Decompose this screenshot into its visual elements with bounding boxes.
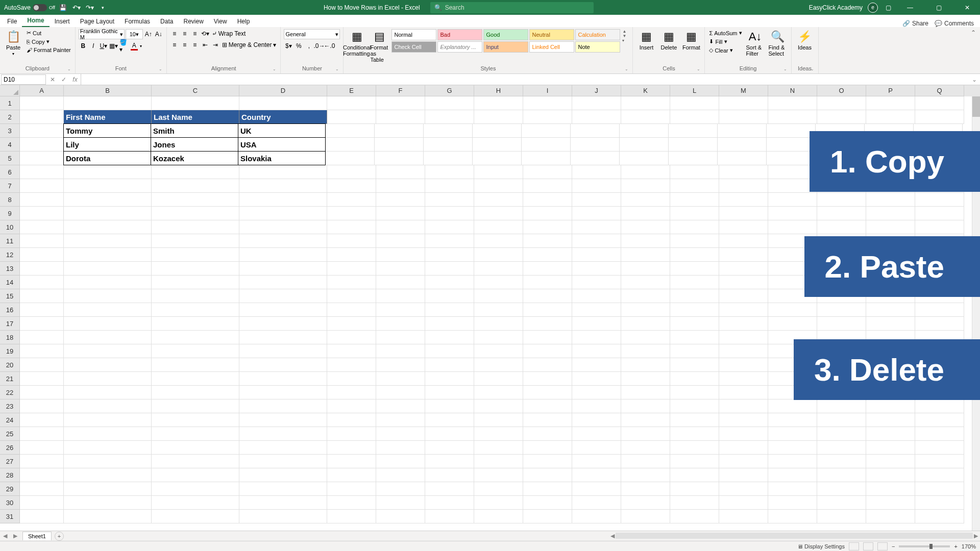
cell-G4[interactable] — [424, 138, 473, 152]
maximize-button[interactable]: ▢ — [927, 0, 950, 15]
cell-A8[interactable] — [20, 193, 64, 207]
format-as-table-button[interactable]: ▤Format as Table — [369, 29, 389, 64]
cell-A25[interactable] — [20, 427, 64, 441]
cell-A12[interactable] — [20, 248, 64, 262]
cell-H17[interactable] — [474, 317, 523, 331]
cell-J5[interactable] — [571, 152, 620, 165]
cell-J23[interactable] — [572, 399, 621, 413]
cell-H26[interactable] — [474, 441, 523, 455]
cell-A31[interactable] — [20, 510, 64, 523]
cell-A16[interactable] — [20, 303, 64, 317]
spreadsheet-grid[interactable]: ABCDEFGHIJKLMNOPQ 1234567891011121314151… — [0, 85, 980, 531]
cell-I12[interactable] — [523, 248, 572, 262]
cell-M12[interactable] — [719, 248, 768, 262]
style-bad[interactable]: Bad — [437, 29, 482, 40]
col-header-Q[interactable]: Q — [915, 85, 964, 96]
cell-B9[interactable] — [64, 207, 152, 220]
cell-F17[interactable] — [376, 317, 425, 331]
ribbon-display-icon[interactable]: ▢ — [883, 3, 893, 13]
cell-D7[interactable] — [239, 179, 327, 193]
col-header-I[interactable]: I — [523, 85, 572, 96]
row-header-6[interactable]: 6 — [0, 165, 20, 179]
cell-E26[interactable] — [327, 441, 376, 455]
cell-K12[interactable] — [621, 248, 670, 262]
cell-K31[interactable] — [621, 510, 670, 523]
cell-E6[interactable] — [327, 165, 376, 179]
cell-J17[interactable] — [572, 317, 621, 331]
cell-F14[interactable] — [376, 276, 425, 289]
zoom-out-button[interactable]: − — [892, 543, 895, 549]
redo-icon[interactable]: ↷▾ — [85, 3, 95, 13]
cell-K5[interactable] — [620, 152, 669, 165]
cell-P1[interactable] — [866, 96, 915, 110]
cell-F10[interactable] — [376, 220, 425, 234]
sheet-tab-sheet1[interactable]: Sheet1 — [22, 532, 52, 540]
cell-M8[interactable] — [719, 193, 768, 207]
cell-E7[interactable] — [327, 179, 376, 193]
cell-K15[interactable] — [621, 289, 670, 303]
cell-C22[interactable] — [152, 386, 239, 399]
cell-G15[interactable] — [425, 289, 474, 303]
cell-J11[interactable] — [572, 234, 621, 248]
cell-B1[interactable] — [64, 96, 152, 110]
cell-B30[interactable] — [64, 496, 152, 510]
cell-H9[interactable] — [474, 207, 523, 220]
cell-I4[interactable] — [522, 138, 571, 152]
cell-E1[interactable] — [327, 96, 376, 110]
cell-A2[interactable] — [20, 110, 64, 124]
formula-input[interactable] — [81, 74, 969, 85]
cell-M21[interactable] — [719, 372, 768, 386]
cell-D26[interactable] — [239, 441, 327, 455]
search-input[interactable]: 🔍 Search — [430, 2, 594, 13]
cell-D1[interactable] — [239, 96, 327, 110]
cell-P29[interactable] — [866, 482, 915, 496]
cell-Q9[interactable] — [915, 207, 964, 220]
underline-button[interactable]: U▾ — [99, 41, 108, 51]
cell-P17[interactable] — [866, 317, 915, 331]
cell-J25[interactable] — [572, 427, 621, 441]
cell-F4[interactable] — [375, 138, 424, 152]
cell-Q23[interactable] — [915, 399, 964, 413]
cell-M23[interactable] — [719, 399, 768, 413]
cell-F19[interactable] — [376, 344, 425, 358]
cell-I31[interactable] — [523, 510, 572, 523]
cell-N2[interactable] — [768, 110, 817, 124]
cell-M13[interactable] — [719, 262, 768, 276]
cell-H23[interactable] — [474, 399, 523, 413]
cell-B24[interactable] — [64, 413, 152, 427]
cell-E13[interactable] — [327, 262, 376, 276]
cell-D28[interactable] — [239, 468, 327, 482]
cell-O1[interactable] — [817, 96, 866, 110]
cell-E16[interactable] — [327, 303, 376, 317]
autosave-toggle[interactable]: AutoSave Off — [4, 4, 55, 11]
cell-I9[interactable] — [523, 207, 572, 220]
cell-J31[interactable] — [572, 510, 621, 523]
cell-B7[interactable] — [64, 179, 152, 193]
cell-E3[interactable] — [326, 124, 375, 138]
cell-I6[interactable] — [523, 165, 572, 179]
cell-N8[interactable] — [768, 193, 817, 207]
align-bottom-button[interactable]: ≡ — [190, 29, 200, 38]
cell-Q28[interactable] — [915, 468, 964, 482]
page-layout-view-button[interactable] — [863, 542, 873, 550]
cell-A21[interactable] — [20, 372, 64, 386]
cell-C17[interactable] — [152, 317, 239, 331]
cell-H25[interactable] — [474, 427, 523, 441]
cell-N4[interactable] — [767, 138, 816, 152]
cell-L2[interactable] — [670, 110, 719, 124]
cell-K19[interactable] — [621, 344, 670, 358]
cell-J27[interactable] — [572, 455, 621, 468]
cell-E18[interactable] — [327, 331, 376, 344]
cell-O10[interactable] — [817, 220, 866, 234]
row-header-19[interactable]: 19 — [0, 344, 20, 358]
cell-E14[interactable] — [327, 276, 376, 289]
cell-N10[interactable] — [768, 220, 817, 234]
cell-B28[interactable] — [64, 468, 152, 482]
cell-I3[interactable] — [522, 124, 571, 138]
cell-B4[interactable]: Lily — [63, 137, 151, 152]
cell-K18[interactable] — [621, 331, 670, 344]
cell-A24[interactable] — [20, 413, 64, 427]
cell-A6[interactable] — [20, 165, 64, 179]
cell-H1[interactable] — [474, 96, 523, 110]
cell-I24[interactable] — [523, 413, 572, 427]
